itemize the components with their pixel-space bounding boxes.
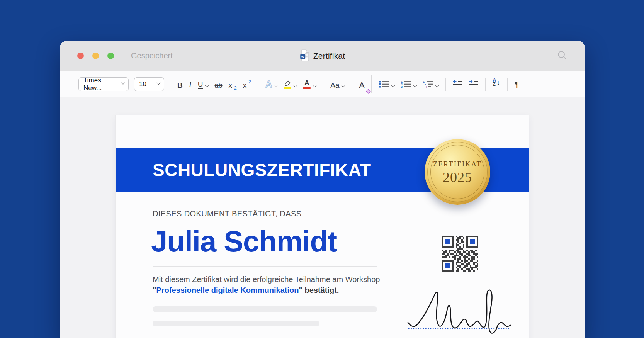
chevron-down-icon — [435, 83, 439, 87]
toolbar-separator — [258, 78, 258, 91]
strikethrough-button[interactable]: ab — [211, 76, 225, 92]
word-file-icon: w — [300, 49, 309, 63]
toolbar-separator — [371, 75, 372, 93]
toolbar-separator — [507, 78, 508, 91]
minimize-button[interactable] — [92, 53, 99, 59]
svg-text:1: 1 — [401, 80, 403, 83]
chevron-down-icon — [274, 83, 278, 87]
underline-button[interactable]: U — [195, 76, 212, 92]
titlebar: Gespeichert w Zertifikat — [60, 41, 585, 71]
recipient-name[interactable]: Julia Schmidt — [151, 224, 337, 258]
text-effects-button[interactable]: A — [262, 76, 280, 92]
multilevel-list-button[interactable]: 1 a i — [420, 76, 442, 92]
body-paragraph[interactable]: Mit diesem Zertifikat wird die erfolgrei… — [153, 274, 380, 296]
toolbar-separator — [445, 78, 446, 91]
document-title-group: w Zertifikat — [300, 41, 345, 71]
sort-az-icon: A Z — [493, 78, 496, 87]
font-color-icon: A — [303, 80, 311, 89]
numbered-list-icon: 1 2 3 — [401, 80, 411, 89]
numbered-list-button[interactable]: 1 2 3 — [398, 76, 420, 92]
word-window: Gespeichert w Zertifikat — [60, 41, 585, 338]
show-paragraph-marks-button[interactable]: ¶ — [511, 76, 522, 92]
font-size-value: 10 — [139, 80, 146, 88]
window-controls — [77, 53, 114, 59]
document-canvas: SCHULUNGSZERTIFIKAT ZERTIFIKAT 2025 DIES… — [60, 98, 585, 338]
gold-seal-badge[interactable]: ZERTIFIKAT 2025 — [425, 139, 490, 205]
chevron-down-icon — [342, 83, 345, 87]
indent-icon — [469, 80, 478, 89]
multilevel-list-icon: 1 a i — [423, 80, 433, 89]
chevron-down-icon — [413, 83, 417, 87]
svg-text:w: w — [301, 54, 304, 58]
font-color-button[interactable]: A — [300, 76, 319, 92]
placeholder-line — [153, 306, 377, 312]
chevron-down-icon — [391, 83, 395, 87]
signature-stroke — [408, 290, 510, 333]
outdent-icon — [453, 80, 462, 89]
qr-code[interactable] — [442, 236, 478, 272]
close-button[interactable] — [77, 53, 84, 59]
name-underline — [153, 266, 377, 267]
arrow-down-icon: ↓ — [496, 79, 500, 86]
workshop-title[interactable]: Professionelle digitale Kommunikation — [156, 286, 299, 294]
document-title: Zertifikat — [313, 51, 345, 61]
certificate-heading[interactable]: SCHULUNGSZERTIFIKAT — [153, 160, 371, 180]
body-suffix: bestätigt. — [302, 286, 339, 294]
highlight-color-button[interactable] — [280, 76, 300, 92]
save-status: Gespeichert — [131, 51, 173, 60]
clear-formatting-button[interactable]: A — [356, 76, 367, 92]
chevron-down-icon — [313, 83, 317, 87]
toolbar-separator — [323, 78, 323, 91]
body-line1: Mit diesem Zertifikat wird die erfolgrei… — [153, 275, 380, 284]
font-family-value: Times New... — [83, 76, 121, 92]
svg-text:i: i — [426, 85, 427, 88]
chevron-down-icon — [294, 83, 297, 87]
svg-text:1: 1 — [423, 80, 425, 83]
change-case-button[interactable]: Aa — [327, 76, 348, 92]
italic-button[interactable]: I — [186, 76, 195, 92]
toolbar-separator — [352, 78, 352, 91]
sort-button[interactable]: A Z ↓ — [489, 76, 503, 92]
certificate-page[interactable]: SCHULUNGSZERTIFIKAT ZERTIFIKAT 2025 DIES… — [116, 115, 529, 338]
subscript-button[interactable]: x2 — [226, 76, 240, 92]
confirmation-line[interactable]: DIESES DOKUMENT BESTÄTIGT, DASS — [153, 209, 301, 218]
placeholder-line — [153, 321, 319, 326]
superscript-button[interactable]: x2 — [240, 76, 254, 92]
formatting-toolbar: Times New... 10 B I U ab x2 x2 A — [60, 71, 585, 97]
chevron-down-icon — [157, 81, 161, 85]
svg-text:3: 3 — [401, 85, 403, 88]
badge-year: 2025 — [443, 169, 472, 185]
eraser-icon — [366, 89, 371, 94]
quote-close: " — [299, 286, 302, 294]
badge-label: ZERTIFIKAT — [433, 160, 482, 168]
bullet-list-button[interactable] — [376, 76, 398, 92]
zoom-button[interactable] — [107, 53, 114, 59]
bullet-list-icon — [379, 80, 389, 89]
chevron-down-icon — [205, 83, 209, 87]
bold-button[interactable]: B — [174, 76, 186, 92]
signature-block[interactable] — [404, 286, 520, 336]
font-size-select[interactable]: 10 — [134, 77, 164, 91]
chevron-down-icon — [121, 81, 125, 85]
font-family-select[interactable]: Times New... — [78, 77, 129, 91]
decrease-indent-button[interactable] — [450, 76, 466, 92]
highlighter-icon — [284, 80, 291, 89]
toolbar-separator — [485, 78, 486, 91]
search-icon[interactable] — [557, 50, 567, 62]
increase-indent-button[interactable] — [466, 76, 481, 92]
